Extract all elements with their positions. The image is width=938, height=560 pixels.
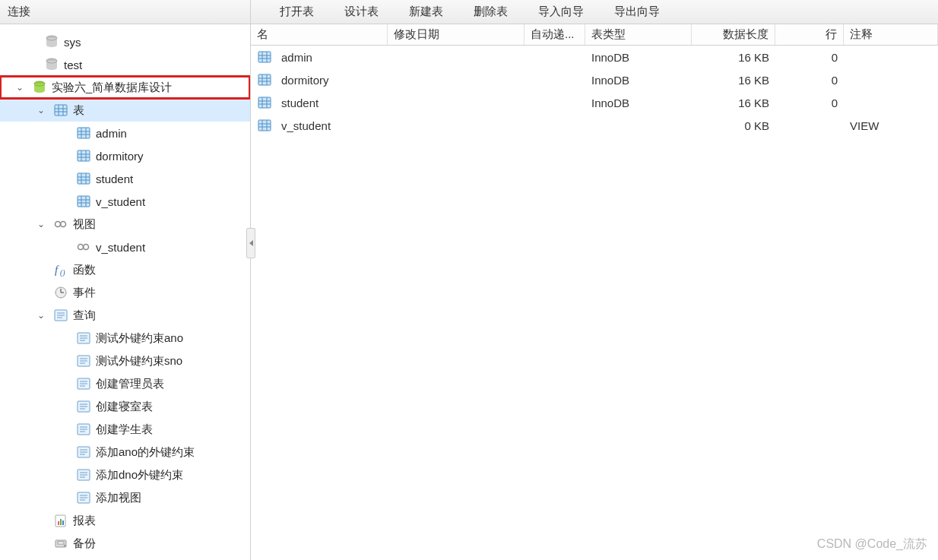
table-row[interactable]: adminInnoDB16 KB0 [251, 46, 938, 68]
query-item[interactable]: 创建管理员表 [0, 372, 250, 395]
table-label: dormitory [96, 150, 144, 163]
folder-label: 视图 [73, 217, 96, 232]
col-header-length[interactable]: 数据长度 [692, 24, 775, 45]
col-header-auto[interactable]: 自动递... [524, 24, 585, 45]
table-item[interactable]: dormitory [0, 144, 250, 167]
db-sys[interactable]: sys [0, 30, 250, 53]
database-icon [44, 34, 59, 49]
cell-date [388, 54, 524, 60]
cell-note [844, 100, 938, 106]
col-header-rows[interactable]: 行 [775, 24, 844, 45]
query-item[interactable]: 创建寝室表 [0, 395, 250, 418]
queries-folder[interactable]: ⌄ 查询 [0, 304, 250, 327]
events-folder[interactable]: 事件 [0, 281, 250, 304]
query-icon [76, 445, 91, 460]
db-experiment6[interactable]: ⌄ 实验六_简单数据库设计 [0, 76, 250, 99]
query-label: 创建寝室表 [96, 400, 153, 414]
query-icon [76, 331, 91, 346]
query-label: 测试外键约束sno [96, 354, 182, 369]
col-header-note[interactable]: 注释 [844, 24, 938, 45]
import-wizard-button[interactable]: 导入向导 [517, 3, 588, 21]
chevron-down-icon[interactable]: ⌄ [14, 82, 26, 93]
cell-name: v_student [281, 119, 331, 132]
cell-date [388, 100, 524, 106]
views-folder[interactable]: ⌄ 视图 [0, 213, 250, 236]
open-table-button[interactable]: 打开表 [258, 3, 318, 21]
table-row[interactable]: v_student0 KBVIEW [251, 114, 938, 137]
table-icon [257, 95, 272, 110]
cell-type [585, 122, 692, 128]
new-icon [392, 5, 406, 19]
export-wizard-button[interactable]: 导出向导 [593, 3, 664, 21]
function-icon [53, 262, 68, 277]
table-list: 名 修改日期 自动递... 表类型 数据长度 行 注释 adminInnoDB1… [251, 24, 938, 560]
view-icon [76, 239, 91, 255]
table-row[interactable]: studentInnoDB16 KB0 [251, 91, 938, 114]
db-label: sys [64, 36, 81, 49]
cell-length: 0 KB [692, 116, 775, 135]
cell-auto [524, 122, 585, 128]
query-icon [76, 490, 91, 505]
design-table-button[interactable]: 设计表 [323, 3, 383, 21]
tables-folder[interactable]: ⌄ 表 [0, 99, 250, 122]
functions-folder[interactable]: 函数 [0, 258, 250, 281]
folder-label: 查询 [73, 308, 96, 323]
backup-icon [53, 536, 68, 551]
table-row[interactable]: dormitoryInnoDB16 KB0 [251, 68, 938, 91]
event-icon [53, 285, 68, 300]
cell-date [388, 77, 524, 83]
export-icon [597, 5, 611, 19]
table-icon [76, 171, 91, 186]
view-item[interactable]: v_student [0, 236, 250, 258]
cell-rows: 0 [775, 71, 844, 90]
table-item[interactable]: admin [0, 122, 250, 144]
query-item[interactable]: 测试外键约束ano [0, 327, 250, 350]
button-label: 设计表 [344, 5, 379, 19]
col-header-type[interactable]: 表类型 [585, 24, 692, 45]
table-icon [76, 194, 91, 209]
chevron-down-icon[interactable]: ⌄ [35, 105, 47, 115]
new-table-button[interactable]: 新建表 [388, 3, 448, 21]
cell-name: student [281, 96, 318, 109]
button-label: 新建表 [409, 5, 443, 19]
col-header-date[interactable]: 修改日期 [388, 24, 524, 45]
cell-length: 16 KB [692, 48, 775, 67]
query-item[interactable]: 添加dno外键约束 [0, 464, 250, 486]
chevron-down-icon[interactable]: ⌄ [35, 219, 47, 229]
db-test[interactable]: test [0, 53, 250, 76]
cell-length: 16 KB [692, 93, 775, 112]
query-item[interactable]: 添加ano的外键约束 [0, 441, 250, 464]
backup-folder[interactable]: 备份 [0, 532, 250, 555]
col-header-name[interactable]: 名 [251, 24, 388, 45]
query-item[interactable]: 创建学生表 [0, 418, 250, 441]
query-label: 添加视图 [96, 491, 141, 505]
cell-rows: 0 [775, 48, 844, 67]
table-item[interactable]: v_student [0, 190, 250, 213]
delete-table-button[interactable]: 删除表 [452, 3, 512, 21]
cell-note [844, 77, 938, 83]
view-label: v_student [96, 241, 145, 254]
button-label: 打开表 [280, 5, 314, 19]
cell-name: admin [281, 51, 312, 64]
query-item[interactable]: 测试外键约束sno [0, 350, 250, 372]
button-label: 导入向导 [538, 5, 584, 19]
query-item[interactable]: 添加视图 [0, 486, 250, 509]
database-icon [44, 57, 59, 72]
cell-rows: 0 [775, 93, 844, 112]
report-icon [53, 513, 68, 528]
folder-label: 表 [73, 103, 84, 118]
table-label: v_student [96, 195, 145, 208]
cell-type: InnoDB [585, 93, 692, 112]
chevron-down-icon[interactable]: ⌄ [35, 310, 47, 321]
sidebar: 连接 sys test ⌄ 实验六_简单数据库设计 ⌄ [0, 0, 251, 560]
connection-tree: sys test ⌄ 实验六_简单数据库设计 ⌄ 表 [0, 24, 250, 560]
query-label: 创建管理员表 [96, 377, 164, 391]
reports-folder[interactable]: 报表 [0, 509, 250, 532]
table-item[interactable]: student [0, 167, 250, 190]
folder-label: 备份 [73, 536, 96, 551]
table-icon [76, 125, 91, 141]
cell-name: dormitory [281, 74, 329, 87]
query-label: 创建学生表 [96, 422, 153, 437]
query-icon [76, 376, 91, 391]
folder-label: 事件 [73, 286, 96, 300]
